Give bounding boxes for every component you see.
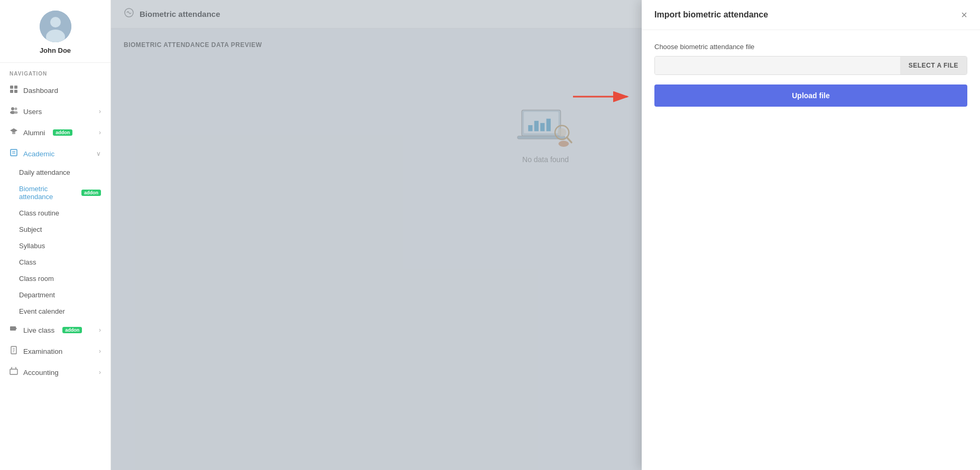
modal-header: Import biometric attendance × [642, 0, 980, 30]
subnav-class-routine[interactable]: Class routine [0, 205, 110, 221]
subnav-department-label: Department [19, 291, 55, 299]
chevron-right-icon-live: › [99, 326, 101, 334]
sidebar-item-dashboard[interactable]: Dashboard [0, 80, 110, 101]
chevron-right-icon: › [99, 108, 101, 115]
svg-marker-11 [10, 128, 17, 133]
live-class-icon [10, 325, 18, 335]
subnav-subject[interactable]: Subject [0, 221, 110, 238]
subnav-biometric-attendance-label: Biometric attendance [19, 185, 76, 201]
svg-rect-12 [12, 132, 15, 134]
academic-subnav: Daily attendance Biometric attendance ad… [0, 164, 110, 319]
subnav-class[interactable]: Class [0, 254, 110, 270]
dashboard-icon [10, 85, 18, 96]
avatar [40, 11, 71, 42]
alumni-icon [10, 127, 18, 138]
chevron-right-icon-acct: › [99, 369, 101, 376]
sidebar-item-accounting-label: Accounting [23, 369, 59, 377]
subnav-class-room[interactable]: Class room [0, 270, 110, 287]
subnav-syllabus-label: Syllabus [19, 242, 45, 250]
sidebar-item-dashboard-label: Dashboard [23, 87, 58, 95]
modal-panel: Import biometric attendance × Choose bio… [642, 0, 980, 470]
user-profile: John Doe [0, 0, 110, 63]
alumni-addon-badge: addon [53, 129, 72, 136]
subnav-daily-attendance-label: Daily attendance [19, 168, 70, 176]
sidebar-item-users[interactable]: Users › [0, 101, 110, 122]
file-input-row: SELECT A FILE [654, 56, 967, 75]
sidebar-item-live-class-label: Live class [23, 326, 54, 334]
chevron-right-icon-alumni: › [99, 129, 101, 136]
live-class-addon-badge: addon [62, 327, 82, 333]
subnav-class-label: Class [19, 258, 36, 266]
svg-marker-17 [16, 327, 17, 330]
svg-rect-5 [10, 90, 13, 93]
svg-rect-3 [10, 86, 13, 89]
sidebar-item-academic-label: Academic [23, 150, 54, 158]
subnav-biometric-attendance[interactable]: Biometric attendance addon [0, 181, 110, 205]
select-file-button[interactable]: SELECT A FILE [900, 57, 967, 74]
svg-rect-4 [14, 86, 17, 89]
chevron-down-icon: ∨ [96, 150, 101, 157]
subnav-class-routine-label: Class routine [19, 209, 59, 217]
svg-point-10 [14, 111, 18, 114]
svg-rect-16 [10, 326, 16, 331]
svg-point-9 [15, 108, 17, 110]
nav-label: NAVIGATION [0, 63, 110, 80]
file-input-display [655, 57, 900, 74]
subnav-daily-attendance[interactable]: Daily attendance [0, 164, 110, 181]
svg-rect-13 [11, 149, 17, 156]
accounting-icon [10, 367, 18, 378]
chevron-right-icon-exam: › [99, 347, 101, 355]
modal-body: Choose biometric attendance file SELECT … [642, 30, 980, 470]
sidebar: John Doe NAVIGATION Dashboard Users › Al… [0, 0, 111, 470]
subnav-department[interactable]: Department [0, 287, 110, 303]
subnav-event-calender-label: Event calender [19, 307, 65, 315]
main-content: Biometric attendance BIOMETRIC ATTENDANC… [111, 0, 980, 470]
user-name: John Doe [40, 46, 71, 54]
sidebar-item-alumni-label: Alumni [23, 129, 45, 137]
svg-point-7 [11, 107, 14, 110]
modal-title: Import biometric attendance [654, 10, 768, 20]
examination-icon [10, 346, 18, 356]
sidebar-item-academic[interactable]: Academic ∨ [0, 143, 110, 164]
subnav-event-calender[interactable]: Event calender [0, 303, 110, 319]
file-input-label: Choose biometric attendance file [654, 43, 967, 51]
svg-rect-22 [10, 369, 17, 374]
sidebar-item-examination[interactable]: Examination › [0, 341, 110, 362]
subnav-subject-label: Subject [19, 225, 42, 233]
arrow-indicator [570, 87, 634, 111]
sidebar-item-alumni[interactable]: Alumni addon › [0, 122, 110, 143]
sidebar-item-live-class[interactable]: Live class addon › [0, 319, 110, 341]
sidebar-item-accounting[interactable]: Accounting › [0, 362, 110, 383]
academic-icon [10, 148, 18, 159]
sidebar-item-users-label: Users [23, 108, 42, 116]
svg-point-1 [50, 17, 61, 27]
subnav-syllabus[interactable]: Syllabus [0, 238, 110, 254]
modal-close-button[interactable]: × [961, 10, 967, 20]
users-icon [10, 106, 18, 117]
sidebar-item-examination-label: Examination [23, 347, 62, 355]
subnav-class-room-label: Class room [19, 275, 54, 283]
svg-rect-6 [14, 90, 17, 93]
biometric-addon-badge: addon [81, 190, 101, 196]
upload-file-button[interactable]: Upload file [654, 84, 967, 107]
